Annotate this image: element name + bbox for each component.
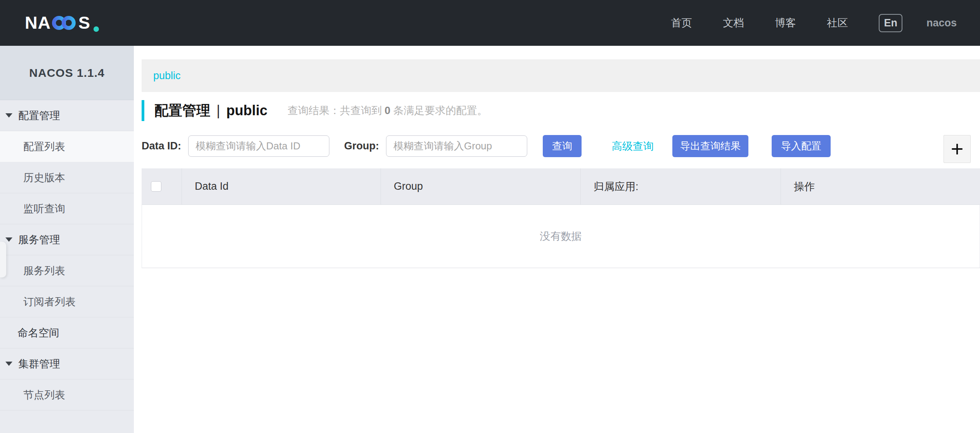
search-toolbar: Data ID: Group: 查询 高级查询 导出查询结果 导入配置 + [142, 135, 980, 157]
top-navbar: NA S 首页 文档 博客 社区 En nacos [0, 0, 980, 46]
nacos-logo[interactable]: NA S [25, 12, 101, 34]
group-label: Group: [344, 140, 379, 152]
sidebar: NACOS 1.1.4 配置管理 配置列表 历史版本 监听查询 服务管理 服务列… [0, 46, 134, 433]
page-header: 配置管理 | public 查询结果：共查询到0条满足要求的配置。 [142, 100, 980, 121]
sidebar-group-label: 配置管理 [18, 109, 60, 123]
nacos-console: NA S 首页 文档 博客 社区 En nacos NACOS 1.1.4 配置… [0, 0, 980, 433]
sidebar-group-label: 服务管理 [18, 233, 60, 247]
column-header-app: 归属应用: [580, 168, 781, 204]
sidebar-item-label: 历史版本 [23, 171, 65, 185]
sidebar-item-label: 监听查询 [23, 202, 65, 216]
column-header-group: Group [381, 168, 580, 204]
namespace-tab-bar: public [142, 59, 980, 92]
export-results-button[interactable]: 导出查询结果 [672, 135, 748, 157]
nav-link-blog[interactable]: 博客 [775, 16, 796, 30]
sidebar-collapse-handle[interactable] [0, 242, 6, 277]
app-shell: NACOS 1.1.4 配置管理 配置列表 历史版本 监听查询 服务管理 服务列… [0, 46, 980, 433]
sidebar-item-service-list[interactable]: 服务列表 [0, 255, 134, 286]
sidebar-item-label: 服务列表 [23, 264, 65, 278]
chevron-down-icon [5, 362, 12, 366]
sidebar-item-subscriber-list[interactable]: 订阅者列表 [0, 286, 134, 317]
select-all-cell [142, 168, 182, 204]
table-header-row: Data Id Group 归属应用: 操作 [142, 168, 980, 205]
page-title-separator: | [216, 102, 220, 119]
sidebar-item-label: 命名空间 [17, 326, 59, 340]
sidebar-item-listener-query[interactable]: 监听查询 [0, 193, 134, 224]
config-table: Data Id Group 归属应用: 操作 没有数据 [142, 168, 980, 268]
plus-icon: + [951, 138, 964, 160]
query-result-count: 0 [382, 105, 393, 116]
sidebar-item-history-versions[interactable]: 历史版本 [0, 162, 134, 193]
logo-text-left: NA [25, 13, 51, 33]
column-header-operations: 操作 [781, 168, 980, 204]
sidebar-item-node-list[interactable]: 节点列表 [0, 379, 134, 410]
logo-text-right: S [78, 13, 90, 33]
navbar-right: 首页 文档 博客 社区 En nacos [671, 14, 957, 32]
language-toggle-button[interactable]: En [879, 14, 902, 32]
page-title-namespace: public [226, 102, 267, 119]
select-all-checkbox[interactable] [151, 181, 161, 192]
infinity-right-loop-icon [64, 18, 74, 28]
sidebar-group-label: 集群管理 [18, 357, 60, 371]
page-title-text: 配置管理 [154, 101, 210, 120]
sidebar-item-label: 节点列表 [23, 388, 65, 402]
group-input[interactable] [386, 135, 527, 157]
current-user[interactable]: nacos [926, 17, 957, 29]
namespace-tab-public[interactable]: public [153, 70, 181, 82]
chevron-down-icon [5, 113, 12, 118]
query-result-summary: 查询结果：共查询到0条满足要求的配置。 [287, 104, 487, 118]
query-result-suffix: 条满足要求的配置。 [393, 105, 487, 116]
query-result-prefix: 查询结果：共查询到 [287, 105, 382, 116]
table-body-empty-state: 没有数据 [142, 205, 980, 268]
data-id-input[interactable] [188, 135, 329, 157]
sidebar-group-cluster-management[interactable]: 集群管理 [0, 348, 134, 379]
no-data-text: 没有数据 [540, 229, 582, 243]
sidebar-version-title: NACOS 1.1.4 [0, 46, 134, 100]
sidebar-item-label: 订阅者列表 [23, 295, 76, 309]
import-config-button[interactable]: 导入配置 [772, 135, 831, 157]
nav-link-docs[interactable]: 文档 [723, 16, 744, 30]
title-accent-bar [142, 100, 144, 121]
chevron-down-icon [5, 237, 12, 242]
query-button[interactable]: 查询 [543, 135, 582, 157]
nav-link-home[interactable]: 首页 [671, 16, 692, 30]
column-header-data-id: Data Id [182, 168, 381, 204]
nacos-logo-icon: NA S [25, 12, 101, 34]
sidebar-group-service-management[interactable]: 服务管理 [0, 224, 134, 255]
page-title: 配置管理 | public [154, 101, 267, 120]
nav-link-community[interactable]: 社区 [827, 16, 848, 30]
main-content: public 配置管理 | public 查询结果：共查询到0条满足要求的配置。… [134, 46, 980, 433]
advanced-query-link[interactable]: 高级查询 [612, 139, 654, 153]
add-config-button[interactable]: + [944, 135, 971, 163]
sidebar-group-config-management[interactable]: 配置管理 [0, 100, 134, 131]
sidebar-item-namespace[interactable]: 命名空间 [0, 317, 134, 348]
sidebar-item-config-list[interactable]: 配置列表 [0, 131, 134, 162]
sidebar-item-label: 配置列表 [23, 140, 65, 154]
data-id-label: Data ID: [142, 140, 181, 152]
logo-dot-icon [93, 26, 99, 32]
